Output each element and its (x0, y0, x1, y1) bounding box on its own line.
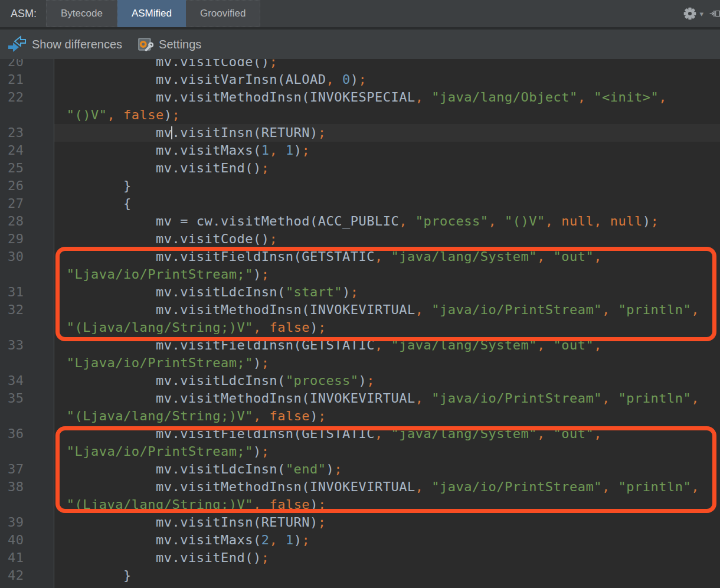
tab-groovified[interactable]: Groovified (186, 0, 260, 27)
tab-asmified[interactable]: ASMified (117, 0, 186, 27)
line-number: 43 (0, 584, 54, 588)
line-number: 37 (0, 460, 54, 478)
tab-bytecode[interactable]: Bytecode (46, 0, 117, 27)
line-number: 41 (0, 549, 54, 567)
tab-bar: ASM: BytecodeASMifiedGroovified ▾ (0, 0, 720, 27)
line-number: 31 (0, 283, 54, 301)
code-line-33[interactable]: mv.visitFieldInsn(GETSTATIC, "java/lang/… (54, 337, 720, 354)
gear-menu-button[interactable]: ▾ (679, 4, 707, 24)
gear-icon (682, 6, 698, 21)
code-line-wrap[interactable]: "(Ljava/lang/String;)V", false); (54, 496, 720, 514)
line-number (0, 496, 54, 514)
line-number: 21 (0, 71, 54, 89)
code-line-38[interactable]: mv.visitMethodInsn(INVOKEVIRTUAL, "java/… (54, 478, 720, 496)
line-number: 27 (0, 195, 54, 213)
line-number: 24 (0, 142, 54, 159)
code-line-42[interactable]: } (54, 567, 720, 584)
code-line-28[interactable]: mv = cw.visitMethod(ACC_PUBLIC, "process… (54, 213, 720, 230)
hide-panel-icon (709, 7, 720, 20)
line-number: 38 (0, 478, 54, 496)
code-line-43[interactable]: cw.visitEnd(); (54, 584, 720, 588)
code-line-32[interactable]: mv.visitMethodInsn(INVOKEVIRTUAL, "java/… (54, 301, 720, 319)
line-number: 35 (0, 390, 54, 407)
code-line-29[interactable]: mv.visitCode(); (54, 230, 720, 248)
code-line-22[interactable]: mv.visitMethodInsn(INVOKESPECIAL, "java/… (54, 89, 720, 106)
code-line-37[interactable]: mv.visitLdcInsn("end"); (54, 460, 720, 478)
settings-button[interactable]: Settings (138, 37, 201, 53)
code-line-30[interactable]: mv.visitFieldInsn(GETSTATIC, "java/lang/… (54, 248, 720, 266)
panel-title: ASM: (0, 0, 46, 27)
code-line-39[interactable]: mv.visitInsn(RETURN); (54, 514, 720, 531)
code-editor[interactable]: 2021222324252627282930313233343536373839… (0, 59, 720, 588)
line-number (0, 319, 54, 337)
line-number: 23 (0, 124, 54, 142)
code-line-wrap[interactable]: "()V", false); (54, 106, 720, 124)
show-differences-button-label: Show differences (32, 38, 122, 51)
show-differences-button[interactable]: Show differences (7, 35, 122, 53)
code-line-25[interactable]: mv.visitEnd(); (54, 159, 720, 177)
line-number: 29 (0, 230, 54, 248)
line-number: 32 (0, 301, 54, 319)
hide-panel-button[interactable] (709, 5, 720, 22)
line-number: 30 (0, 248, 54, 266)
line-number (0, 443, 54, 460)
line-number: 36 (0, 425, 54, 443)
line-number (0, 106, 54, 124)
line-number: 22 (0, 89, 54, 106)
code-line-wrap[interactable]: "Ljava/io/PrintStream;"); (54, 266, 720, 283)
code-line-20[interactable]: mv.visitCode(); (54, 59, 720, 71)
line-number: 33 (0, 337, 54, 354)
line-number: 42 (0, 567, 54, 584)
line-number: 20 (0, 59, 54, 71)
line-number: 39 (0, 514, 54, 531)
code-line-wrap[interactable]: "(Ljava/lang/String;)V", false); (54, 407, 720, 425)
code-line-wrap[interactable]: "(Ljava/lang/String;)V", false); (54, 319, 720, 337)
tabbar-actions: ▾ (679, 0, 720, 27)
code-line-21[interactable]: mv.visitVarInsn(ALOAD, 0); (54, 71, 720, 89)
diff-icon (7, 35, 27, 53)
toolbar: Show differencesSettings (0, 30, 720, 59)
asm-plugin-panel: ASM: BytecodeASMifiedGroovified ▾ (0, 0, 720, 588)
view-tabs: BytecodeASMifiedGroovified (46, 0, 260, 27)
code-line-31[interactable]: mv.visitLdcInsn("start"); (54, 283, 720, 301)
code-line-41[interactable]: mv.visitEnd(); (54, 549, 720, 567)
line-number (0, 407, 54, 425)
settings-button-label: Settings (159, 38, 201, 51)
code-line-35[interactable]: mv.visitMethodInsn(INVOKEVIRTUAL, "java/… (54, 390, 720, 407)
line-number: 25 (0, 159, 54, 177)
code-line-23[interactable]: mv.visitInsn(RETURN); (54, 124, 720, 142)
code-line-wrap[interactable]: "Ljava/io/PrintStream;"); (54, 443, 720, 460)
chevron-down-icon: ▾ (699, 10, 703, 18)
line-number (0, 266, 54, 283)
line-number (0, 354, 54, 372)
line-number: 28 (0, 213, 54, 230)
line-number: 40 (0, 531, 54, 549)
line-number: 26 (0, 177, 54, 195)
code-line-36[interactable]: mv.visitFieldInsn(GETSTATIC, "java/lang/… (54, 425, 720, 443)
code-line-wrap[interactable]: "Ljava/io/PrintStream;"); (54, 354, 720, 372)
settings-icon (138, 37, 153, 53)
code-line-40[interactable]: mv.visitMaxs(2, 1); (54, 531, 720, 549)
line-number: 34 (0, 372, 54, 390)
code-line-26[interactable]: } (54, 177, 720, 195)
code-area[interactable]: mv.visitCode(); mv.visitVarInsn(ALOAD, 0… (54, 59, 720, 588)
line-number-gutter: 2021222324252627282930313233343536373839… (0, 59, 54, 588)
code-line-27[interactable]: { (54, 195, 720, 213)
code-line-34[interactable]: mv.visitLdcInsn("process"); (54, 372, 720, 390)
code-line-24[interactable]: mv.visitMaxs(1, 1); (54, 142, 720, 159)
